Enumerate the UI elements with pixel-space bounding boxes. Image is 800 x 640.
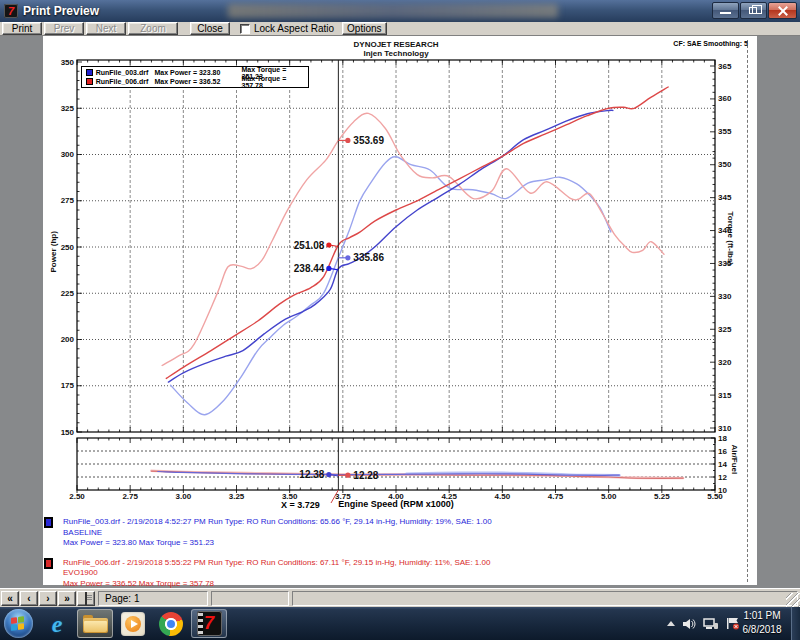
network-icon[interactable] (703, 618, 719, 630)
dynojet-icon: 7 (197, 611, 222, 636)
status-panel (292, 591, 798, 606)
zoom-out-button[interactable]: Zoom Out (128, 22, 178, 35)
lock-aspect-label: Lock Aspect Ratio (254, 23, 334, 34)
legend-swatch-evo1900 (86, 78, 93, 85)
app-icon: 7 (4, 4, 18, 18)
chrome-icon (159, 612, 183, 636)
first-page-button[interactable]: « (1, 591, 19, 606)
minimize-button[interactable] (712, 2, 739, 19)
window-title: Print Preview (23, 4, 99, 18)
volume-icon[interactable] (682, 618, 696, 630)
close-preview-button[interactable]: Close (190, 22, 230, 35)
media-player-icon (121, 612, 145, 636)
run-line1: RunFile_003.drf - 2/19/2018 4:52:27 PM R… (63, 517, 492, 528)
prev-page-nav-button[interactable]: ‹ (20, 591, 38, 606)
windows-taskbar: e 7 1 (0, 607, 800, 640)
next-page-nav-button[interactable]: › (39, 591, 57, 606)
desktop: 7 Print Preview Print Prev Next Zoom Out… (0, 0, 800, 640)
legend-max-power: Max Power = 336.52 (154, 78, 241, 85)
taskbar-item-media-player[interactable] (115, 609, 151, 638)
legend-max-torque: Max Torque = 357.78 (242, 75, 307, 89)
legend-file: RunFile_003.drf (96, 69, 155, 76)
legend-max-power: Max Power = 323.80 (154, 69, 241, 76)
taskbar-item-chrome[interactable] (153, 609, 189, 638)
window-titlebar: 7 Print Preview (0, 0, 800, 22)
restore-button[interactable] (740, 2, 767, 19)
taskbar-item-explorer[interactable] (77, 609, 113, 638)
run-name: EVO1900 (63, 568, 490, 579)
page-number: Page: 1 (105, 593, 139, 604)
page-number-panel: Page: 1 (98, 591, 208, 606)
status-panel (211, 591, 289, 606)
prev-page-button[interactable]: Prev (44, 22, 84, 35)
ie-icon: e (52, 612, 63, 636)
close-window-button[interactable] (768, 2, 797, 19)
options-button[interactable]: Options (342, 22, 386, 35)
correction-smoothing-note: CF: SAE Smoothing: 5 (558, 40, 748, 47)
resize-grip[interactable] (786, 593, 800, 607)
page-margin-line (747, 40, 748, 582)
run-info-evo1900: RunFile_006.drf - 2/19/2018 5:55:22 PM R… (44, 558, 492, 590)
legend-row: RunFile_006.drf Max Power = 336.52 Max T… (84, 77, 306, 86)
clock-time: 1:01 PM (736, 609, 788, 623)
torque-axis-title: Torque (ft-lbs) (726, 212, 735, 284)
chart-title: DYNOJET RESEARCH (256, 40, 536, 49)
run-line1: RunFile_006.drf - 2/19/2018 5:55:22 PM R… (63, 558, 490, 569)
redacted-title-path (228, 4, 558, 18)
run-swatch-baseline (44, 517, 53, 528)
run-max-values: Max Power = 323.80 Max Torque = 351.23 (63, 538, 492, 549)
run-swatch-evo1900 (44, 558, 53, 569)
lock-aspect-checkbox[interactable] (240, 24, 250, 34)
taskbar-item-internet-explorer[interactable]: e (39, 609, 75, 638)
next-page-button[interactable]: Next (86, 22, 126, 35)
chart-legend: RunFile_003.drf Max Power = 323.80 Max T… (81, 66, 309, 88)
x-axis-title: Engine Speed (RPM x1000) (256, 499, 536, 509)
run-info-block: RunFile_003.drf - 2/19/2018 4:52:27 PM R… (44, 517, 492, 598)
preview-statusbar: « ‹ › » Page: 1 (0, 588, 800, 607)
minimize-icon (720, 12, 731, 14)
legend-file: RunFile_006.drf (96, 78, 155, 85)
tray-expand-icon[interactable] (667, 621, 675, 626)
page-setup-button[interactable] (77, 591, 95, 606)
windows-logo-icon (11, 616, 25, 631)
clock-date: 6/8/2018 (736, 623, 788, 637)
af-axis-title: Air/Fuel (730, 445, 739, 485)
folder-icon (83, 615, 108, 633)
start-button[interactable] (4, 609, 33, 638)
power-axis-title: Power (hp) (49, 223, 58, 273)
restore-icon (749, 7, 757, 14)
legend-swatch-baseline (86, 69, 93, 76)
system-tray (667, 607, 740, 640)
run-info-baseline: RunFile_003.drf - 2/19/2018 4:52:27 PM R… (44, 517, 492, 549)
page-icon (85, 592, 87, 605)
chart-subtitle: Injen Technology (256, 49, 536, 58)
last-page-button[interactable]: » (58, 591, 76, 606)
run-name: BASELINE (63, 528, 492, 539)
show-desktop-button[interactable] (791, 607, 800, 640)
taskbar-item-dynojet[interactable]: 7 (191, 609, 227, 638)
taskbar-clock[interactable]: 1:01 PM 6/8/2018 (736, 609, 788, 637)
print-button[interactable]: Print (2, 22, 42, 35)
print-preview-toolbar: Print Prev Next Zoom Out Close Lock Aspe… (0, 22, 800, 36)
